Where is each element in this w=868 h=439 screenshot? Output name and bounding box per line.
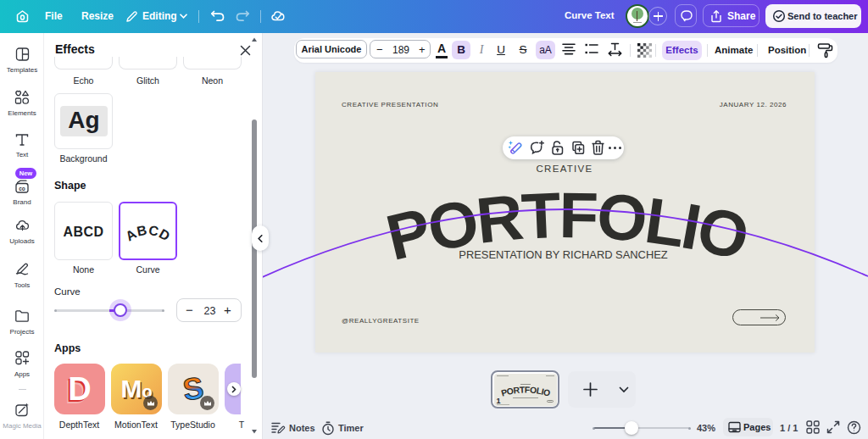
svg-text:co: co bbox=[19, 186, 25, 192]
svg-text:ABCD: ABCD bbox=[123, 223, 173, 244]
svg-text:PORTFOLIO: PORTFOLIO bbox=[499, 385, 550, 397]
